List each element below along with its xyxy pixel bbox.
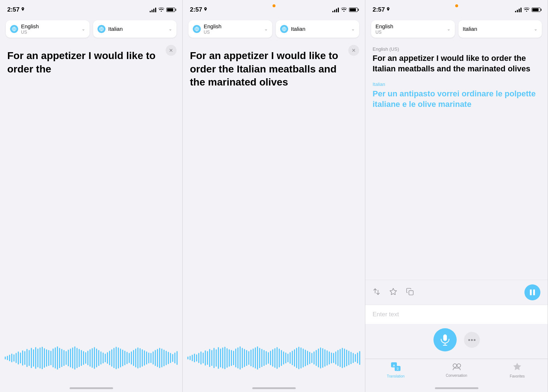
chevron-down-english-3[interactable]: ⌄: [447, 26, 451, 32]
source-translation-text: For an appetizer I would like to order t…: [373, 53, 540, 74]
waveform-2: [183, 336, 365, 380]
status-time-3: 2:57: [373, 6, 390, 13]
globe-icon-english-1: [10, 25, 18, 33]
chevron-down-italian-3[interactable]: ⌄: [534, 26, 537, 32]
pause-button[interactable]: [524, 284, 540, 300]
translation-tab-icon: A 文: [391, 362, 401, 374]
signal-icon-3: [515, 7, 522, 12]
home-indicator-1: [0, 380, 182, 392]
tab-conversation[interactable]: Conversation: [426, 362, 487, 378]
chevron-down-english-2[interactable]: ⌄: [264, 26, 268, 32]
location-icon-2: [204, 7, 207, 12]
signal-icon-1: [150, 7, 156, 12]
chevron-down-italian-2[interactable]: ⌄: [351, 26, 355, 32]
lang-selector-english-2[interactable]: English US ⌄: [188, 20, 272, 38]
microphone-button-3[interactable]: [433, 328, 457, 351]
translation-result: English (US) For an appetizer I would li…: [365, 41, 548, 280]
lang-selector-english-1[interactable]: English US ⌄: [6, 20, 90, 38]
swap-icon[interactable]: [373, 288, 381, 297]
svg-point-12: [471, 339, 473, 341]
orange-dot-2: [273, 4, 275, 7]
lang-sub-english-3: US: [375, 30, 393, 35]
wifi-icon-2: [341, 7, 347, 13]
svg-rect-5: [409, 291, 413, 295]
chevron-down-italian-1[interactable]: ⌄: [169, 26, 172, 32]
favorites-tab-icon: [512, 362, 522, 374]
language-bar-2: English US ⌄ Italian ⌄: [183, 17, 365, 41]
location-icon-1: [21, 7, 25, 12]
tab-favorites[interactable]: Favorites: [487, 362, 548, 378]
globe-icon-italian-2: [280, 25, 288, 33]
lang-name-english-1: English: [21, 23, 39, 30]
home-indicator-3: [365, 380, 548, 392]
status-icons-3: [515, 7, 540, 13]
status-icons-1: [150, 7, 175, 13]
language-bar-3: English US ⌄ Italian ⌄: [365, 17, 548, 41]
lang-selector-italian-1[interactable]: Italian ⌄: [93, 20, 177, 38]
phone-screen-3: 2:57: [365, 0, 548, 392]
wifi-icon-3: [524, 7, 530, 13]
signal-icon-2: [332, 7, 339, 12]
phone-screen-2: 2:57: [183, 0, 365, 392]
orange-dot-3: [455, 4, 458, 7]
svg-point-13: [474, 339, 476, 341]
language-bar-1: English US ⌄ Italian ⌄: [0, 17, 182, 41]
lang-selector-italian-2[interactable]: Italian ⌄: [276, 20, 360, 38]
tab-favorites-label: Favorites: [510, 374, 525, 378]
status-bar-2: 2:57: [183, 0, 365, 17]
battery-icon-1: [166, 8, 175, 12]
conversation-tab-icon: [452, 362, 462, 373]
battery-icon-3: [532, 8, 540, 12]
globe-icon-italian-1: [97, 25, 105, 33]
home-indicator-2: [183, 380, 365, 392]
svg-rect-8: [443, 334, 447, 341]
svg-rect-6: [530, 289, 532, 295]
content-area-2: ✕ For an appetizer I would like to order…: [183, 41, 365, 336]
text-input-placeholder[interactable]: Enter text: [373, 311, 399, 318]
lang-sub-english-2: US: [204, 30, 221, 35]
lang-sub-english-1: US: [21, 30, 39, 35]
wifi-icon-1: [158, 7, 164, 13]
svg-text:文: 文: [396, 367, 399, 371]
transcript-text-2: For an appetizer I would like to order t…: [190, 49, 358, 89]
transcript-text-1: For an appetizer I would like to order t…: [7, 49, 175, 76]
target-language-label: Italian: [373, 82, 540, 87]
svg-marker-4: [390, 288, 397, 294]
lang-name-italian-2: Italian: [291, 26, 306, 32]
svg-point-11: [468, 339, 470, 341]
chevron-down-english-1[interactable]: ⌄: [82, 26, 85, 32]
lang-selector-english-3[interactable]: English US ⌄: [371, 20, 455, 38]
status-icons-2: [332, 7, 358, 13]
star-icon[interactable]: [389, 288, 397, 297]
tab-conversation-label: Conversation: [446, 374, 467, 378]
lang-selector-italian-3[interactable]: Italian ⌄: [458, 20, 542, 38]
globe-icon-english-2: [193, 25, 201, 33]
tab-translation-label: Translation: [387, 374, 404, 378]
location-icon-3: [386, 7, 390, 12]
lang-name-english-2: English: [204, 23, 221, 30]
content-area-1: ✕ For an appetizer I would like to order…: [0, 41, 182, 336]
target-translation-text: Per un antipasto vorrei ordinare le polp…: [373, 88, 540, 110]
phone-screen-1: 2:57: [0, 0, 183, 392]
lang-name-italian-3: Italian: [463, 26, 477, 32]
status-bar-1: 2:57: [0, 0, 182, 17]
status-time-2: 2:57: [190, 6, 207, 13]
lang-name-english-3: English: [375, 23, 393, 30]
source-language-label: English (US): [373, 46, 540, 52]
action-icons-group: [373, 288, 524, 297]
tab-bar-3: A 文 Translation Conversation: [365, 359, 548, 380]
svg-point-19: [457, 364, 461, 367]
bottom-controls-3: [365, 324, 548, 359]
text-input-area[interactable]: Enter text: [365, 305, 548, 324]
copy-icon[interactable]: [406, 288, 414, 297]
battery-icon-2: [349, 8, 358, 12]
tab-translation[interactable]: A 文 Translation: [365, 362, 426, 378]
svg-marker-20: [513, 363, 521, 370]
lang-name-italian-1: Italian: [108, 26, 123, 32]
status-time-1: 2:57: [7, 6, 25, 13]
waveform-1: [0, 336, 182, 380]
more-options-button[interactable]: [464, 332, 480, 348]
action-bar-3: [365, 280, 548, 305]
svg-rect-7: [533, 289, 535, 295]
svg-point-18: [453, 364, 457, 367]
